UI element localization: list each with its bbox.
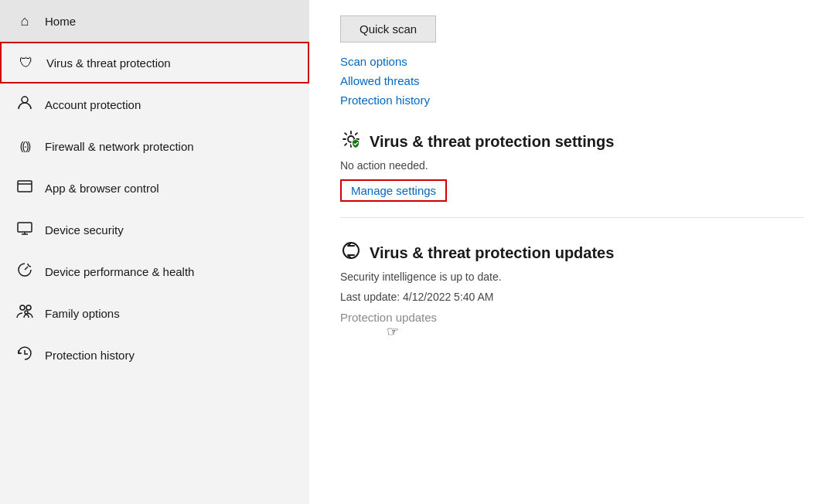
sidebar-item-family[interactable]: Family options xyxy=(0,292,309,334)
last-update-text: Last update: 4/12/2022 5:40 AM xyxy=(340,291,804,303)
app-browser-icon xyxy=(15,179,34,198)
family-icon xyxy=(15,304,34,323)
updates-title-text: Virus & threat protection updates xyxy=(370,244,614,262)
protection-history-link[interactable]: Protection history xyxy=(340,94,804,107)
sidebar-item-label: Account protection xyxy=(45,98,141,111)
scan-options-link[interactable]: Scan options xyxy=(340,55,804,68)
svg-point-6 xyxy=(20,305,25,310)
firewall-icon: ((·)) xyxy=(15,140,34,152)
sidebar-item-device-performance[interactable]: Device performance & health xyxy=(0,250,309,292)
allowed-threats-link[interactable]: Allowed threats xyxy=(340,74,804,87)
settings-description: No action needed. xyxy=(340,159,804,172)
svg-point-0 xyxy=(22,97,28,103)
protection-updates-area: Protection updates ☞ xyxy=(340,306,437,325)
sidebar-item-protection-history[interactable]: Protection history xyxy=(0,334,309,376)
sidebar-item-label: Home xyxy=(45,15,76,28)
hand-cursor-icon: ☞ xyxy=(387,323,399,340)
sidebar-item-app-browser[interactable]: App & browser control xyxy=(0,167,309,209)
main-content: Quick scan Scan options Allowed threats … xyxy=(309,0,835,504)
svg-point-7 xyxy=(26,305,31,310)
settings-section: Virus & threat protection settings No ac… xyxy=(340,128,804,202)
sidebar-item-firewall[interactable]: ((·)) Firewall & network protection xyxy=(0,125,309,167)
device-security-icon xyxy=(15,220,34,240)
sidebar-item-label: Firewall & network protection xyxy=(45,140,194,153)
sidebar-item-label: Device security xyxy=(45,223,124,237)
sidebar-item-virus-threat[interactable]: 🛡 Virus & threat protection xyxy=(0,42,309,83)
sidebar-item-home[interactable]: ⌂ Home xyxy=(0,0,309,42)
settings-title-text: Virus & threat protection settings xyxy=(370,133,614,151)
quick-scan-button[interactable]: Quick scan xyxy=(340,15,436,43)
manage-settings-link[interactable]: Manage settings xyxy=(340,179,447,202)
updates-description: Security intelligence is up to date. xyxy=(340,271,804,283)
device-performance-icon xyxy=(15,262,34,281)
sidebar-item-label: Device performance & health xyxy=(45,265,194,278)
svg-rect-1 xyxy=(18,181,32,192)
sidebar-item-device-security[interactable]: Device security xyxy=(0,209,309,250)
settings-icon xyxy=(340,128,362,155)
divider xyxy=(340,217,804,218)
sidebar-item-label: Protection history xyxy=(45,349,135,362)
home-icon: ⌂ xyxy=(15,13,34,29)
settings-title: Virus & threat protection settings xyxy=(340,128,804,155)
history-icon xyxy=(15,346,34,365)
sidebar-item-label: App & browser control xyxy=(45,182,159,195)
updates-icon xyxy=(340,240,362,266)
svg-rect-3 xyxy=(18,223,32,232)
sidebar-item-label: Virus & threat protection xyxy=(46,56,171,70)
updates-title: Virus & threat protection updates xyxy=(340,240,804,266)
shield-icon: 🛡 xyxy=(17,55,36,71)
updates-section: Virus & threat protection updates Securi… xyxy=(340,240,804,325)
sidebar-item-label: Family options xyxy=(45,307,120,320)
account-icon xyxy=(15,95,34,114)
sidebar: ⌂ Home 🛡 Virus & threat protection Accou… xyxy=(0,0,309,504)
protection-updates-link[interactable]: Protection updates xyxy=(340,311,437,324)
sidebar-item-account[interactable]: Account protection xyxy=(0,83,309,125)
svg-point-8 xyxy=(25,311,28,314)
